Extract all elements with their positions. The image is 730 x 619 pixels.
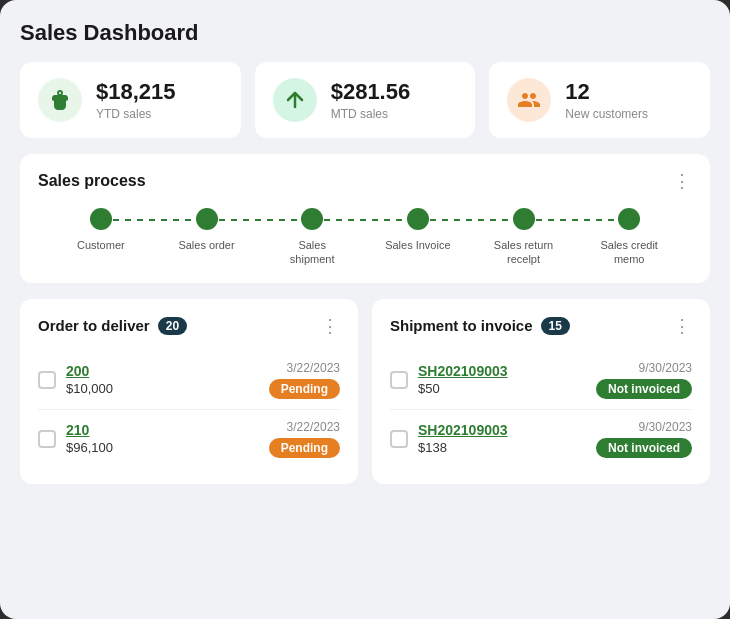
sales-process-title: Sales process [38, 172, 146, 190]
list-item-content: 200$10,000 [66, 363, 259, 396]
process-timeline: CustomerSales orderSales shipmentSales I… [38, 208, 692, 267]
list-item-date: 9/30/2023 [639, 420, 692, 434]
bottom-row: Order to deliver 20 ⋮ 200$10,0003/22/202… [20, 299, 710, 484]
list-item: SH202109003$1389/30/2023Not invoiced [390, 410, 692, 468]
kpi-label-ytd-sales: YTD sales [96, 107, 176, 121]
list-item-date: 3/22/2023 [287, 361, 340, 375]
process-dot-4 [513, 208, 535, 230]
list-item-checkbox[interactable] [38, 430, 56, 448]
status-badge: Not invoiced [596, 438, 692, 458]
shipment-to-invoice-card: Shipment to invoice 15 ⋮ SH202109003$509… [372, 299, 710, 484]
process-label-5: Sales credit memo [594, 238, 664, 267]
list-item-link[interactable]: SH202109003 [418, 363, 586, 379]
shipment-to-invoice-list: SH202109003$509/30/2023Not invoicedSH202… [390, 351, 692, 468]
kpi-card-mtd-sales: $281.56MTD sales [255, 62, 476, 138]
list-item-right: 3/22/2023Pending [269, 361, 340, 399]
list-item: SH202109003$509/30/2023Not invoiced [390, 351, 692, 410]
kpi-row: $18,215YTD sales$281.56MTD sales12New cu… [20, 62, 710, 138]
process-step-5: Sales credit memo [576, 208, 682, 267]
process-dot-0 [90, 208, 112, 230]
process-step-3: Sales Invoice [365, 208, 471, 252]
order-to-deliver-title-area: Order to deliver 20 [38, 317, 187, 335]
kpi-value-mtd-sales: $281.56 [331, 79, 411, 105]
page-title: Sales Dashboard [20, 20, 710, 46]
kpi-icon-mtd-sales [273, 78, 317, 122]
kpi-text-ytd-sales: $18,215YTD sales [96, 79, 176, 121]
kpi-value-ytd-sales: $18,215 [96, 79, 176, 105]
shipment-to-invoice-title-area: Shipment to invoice 15 [390, 317, 570, 335]
list-item-link[interactable]: 200 [66, 363, 259, 379]
dashboard-container: Sales Dashboard $18,215YTD sales$281.56M… [0, 0, 730, 619]
kpi-label-mtd-sales: MTD sales [331, 107, 411, 121]
list-item-date: 3/22/2023 [287, 420, 340, 434]
shipment-to-invoice-header: Shipment to invoice 15 ⋮ [390, 315, 692, 337]
list-item-right: 9/30/2023Not invoiced [596, 361, 692, 399]
kpi-icon-ytd-sales [38, 78, 82, 122]
process-step-1: Sales order [154, 208, 260, 252]
list-item-date: 9/30/2023 [639, 361, 692, 375]
list-item: 200$10,0003/22/2023Pending [38, 351, 340, 410]
order-to-deliver-title: Order to deliver [38, 317, 150, 334]
process-line-1 [207, 219, 313, 221]
list-item: 210$96,1003/22/2023Pending [38, 410, 340, 468]
process-label-1: Sales order [178, 238, 234, 252]
process-step-0: Customer [48, 208, 154, 252]
list-item-content: 210$96,100 [66, 422, 259, 455]
process-label-2: Sales shipment [277, 238, 347, 267]
process-label-0: Customer [77, 238, 125, 252]
shipment-to-invoice-title: Shipment to invoice [390, 317, 533, 334]
list-item-checkbox[interactable] [390, 371, 408, 389]
process-dot-3 [407, 208, 429, 230]
shipment-to-invoice-badge: 15 [541, 317, 570, 335]
list-item-right: 9/30/2023Not invoiced [596, 420, 692, 458]
process-line-0 [101, 219, 207, 221]
list-item-amount: $50 [418, 381, 586, 396]
list-item-content: SH202109003$138 [418, 422, 586, 455]
list-item-right: 3/22/2023Pending [269, 420, 340, 458]
list-item-amount: $10,000 [66, 381, 259, 396]
sales-process-header: Sales process ⋮ [38, 170, 692, 192]
process-dot-2 [301, 208, 323, 230]
list-item-link[interactable]: 210 [66, 422, 259, 438]
list-item-amount: $138 [418, 440, 586, 455]
kpi-text-mtd-sales: $281.56MTD sales [331, 79, 411, 121]
list-item-content: SH202109003$50 [418, 363, 586, 396]
process-line-3 [418, 219, 524, 221]
kpi-value-new-customers: 12 [565, 79, 648, 105]
process-line-2 [312, 219, 418, 221]
order-to-deliver-header: Order to deliver 20 ⋮ [38, 315, 340, 337]
process-label-3: Sales Invoice [385, 238, 450, 252]
order-to-deliver-list: 200$10,0003/22/2023Pending210$96,1003/22… [38, 351, 340, 468]
process-label-4: Sales return recelpt [489, 238, 559, 267]
kpi-text-new-customers: 12New customers [565, 79, 648, 121]
status-badge: Not invoiced [596, 379, 692, 399]
process-dot-5 [618, 208, 640, 230]
status-badge: Pending [269, 438, 340, 458]
order-to-deliver-badge: 20 [158, 317, 187, 335]
list-item-checkbox[interactable] [390, 430, 408, 448]
order-to-deliver-more-icon[interactable]: ⋮ [321, 315, 340, 337]
list-item-checkbox[interactable] [38, 371, 56, 389]
sales-process-card: Sales process ⋮ CustomerSales orderSales… [20, 154, 710, 283]
process-line-4 [524, 219, 630, 221]
kpi-card-ytd-sales: $18,215YTD sales [20, 62, 241, 138]
list-item-amount: $96,100 [66, 440, 259, 455]
sales-process-more-icon[interactable]: ⋮ [673, 170, 692, 192]
process-step-4: Sales return recelpt [471, 208, 577, 267]
status-badge: Pending [269, 379, 340, 399]
kpi-label-new-customers: New customers [565, 107, 648, 121]
process-step-2: Sales shipment [259, 208, 365, 267]
order-to-deliver-card: Order to deliver 20 ⋮ 200$10,0003/22/202… [20, 299, 358, 484]
kpi-icon-new-customers [507, 78, 551, 122]
list-item-link[interactable]: SH202109003 [418, 422, 586, 438]
shipment-to-invoice-more-icon[interactable]: ⋮ [673, 315, 692, 337]
kpi-card-new-customers: 12New customers [489, 62, 710, 138]
process-dot-1 [196, 208, 218, 230]
